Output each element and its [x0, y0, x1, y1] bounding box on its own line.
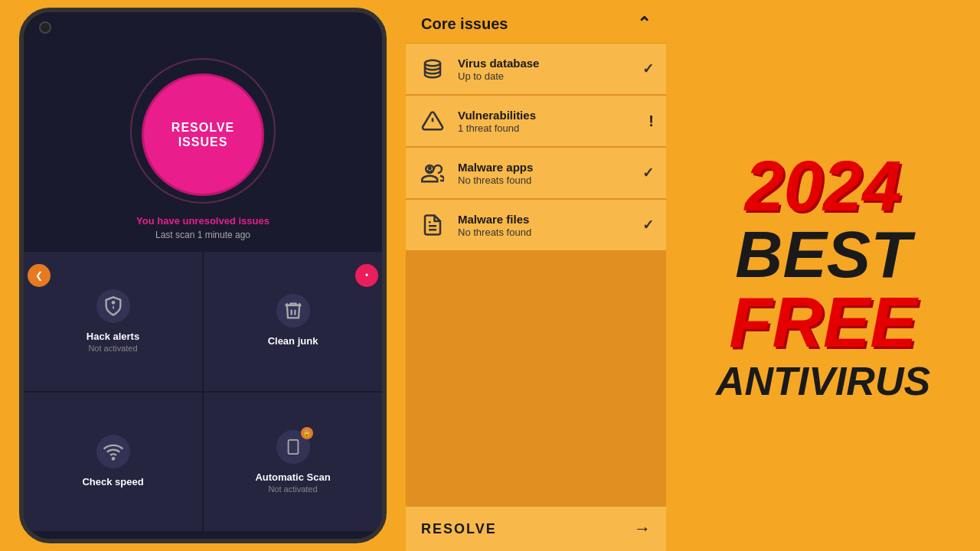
phone-notch-bar: [24, 12, 382, 43]
svg-point-9: [429, 168, 431, 170]
core-issues-list: Virus database Up to date ✓ Vulnerabilit…: [406, 44, 666, 505]
core-issues-title: Core issues: [421, 15, 508, 33]
resolve-line2: ISSUES: [178, 135, 228, 149]
promo-best: BEST: [735, 221, 910, 287]
virus-db-icon: [418, 54, 447, 83]
wifi-icon: [103, 441, 124, 462]
resolve-btn-label: RESOLVE: [421, 521, 497, 537]
right-nav-button[interactable]: •: [355, 264, 378, 287]
trash-icon: [283, 300, 304, 321]
shield-icon: [103, 295, 124, 317]
malware-apps-title: Malware apps: [458, 161, 632, 174]
clean-junk-title: Clean junk: [268, 335, 318, 347]
virus-db-title: Virus database: [458, 57, 632, 70]
malware-apps-status: ✓: [642, 165, 654, 181]
auto-scan-icon-container: 🔒: [276, 430, 310, 464]
phone-camera: [39, 21, 51, 34]
core-issues-panel: Core issues ⌃ Virus database Up to date …: [406, 0, 666, 551]
check-speed-cell[interactable]: Check speed: [24, 393, 202, 532]
svg-point-5: [425, 60, 440, 67]
vulnerabilities-text: Vulnerabilities 1 threat found: [458, 109, 638, 134]
virus-db-item[interactable]: Virus database Up to date ✓: [406, 44, 666, 94]
core-issues-header: Core issues ⌃: [406, 0, 666, 44]
collapse-icon[interactable]: ⌃: [637, 14, 651, 34]
hack-alerts-icon-container: [96, 289, 130, 323]
resolve-btn-arrow: →: [634, 519, 651, 539]
malware-files-item[interactable]: Malware files No threats found ✓: [406, 200, 666, 250]
svg-point-2: [112, 458, 113, 459]
malware-apps-icon: [418, 158, 447, 187]
vulnerabilities-item[interactable]: Vulnerabilities 1 threat found !: [406, 96, 666, 146]
check-speed-icon-container: [96, 435, 130, 468]
malware-apps-item[interactable]: Malware apps No threats found ✓: [406, 148, 666, 198]
left-nav-button[interactable]: ❮: [28, 264, 51, 287]
resolve-button[interactable]: RESOLVE →: [406, 505, 666, 551]
resolve-circle-outer: RESOLVE ISSUES: [130, 58, 276, 204]
phone-frame: RESOLVE ISSUES You have unresolved issue…: [19, 8, 387, 543]
malware-files-status: ✓: [642, 217, 654, 233]
scan-icon: [285, 439, 302, 455]
malware-apps-subtitle: No threats found: [458, 174, 632, 186]
resolve-issues-button[interactable]: RESOLVE ISSUES: [142, 73, 264, 196]
hack-alerts-subtitle: Not activated: [88, 344, 137, 353]
auto-scan-subtitle: Not activated: [268, 484, 317, 494]
malware-apps-text: Malware apps No threats found: [458, 161, 632, 186]
virus-db-status: ✓: [642, 60, 654, 77]
lock-badge: 🔒: [301, 427, 313, 439]
phone-area: RESOLVE ISSUES You have unresolved issue…: [0, 0, 406, 551]
clean-junk-icon-container: [276, 294, 310, 328]
unresolved-text: You have unresolved issues: [136, 215, 270, 227]
feature-grid: Hack alerts Not activated: [24, 252, 382, 531]
svg-rect-3: [288, 440, 298, 454]
malware-files-subtitle: No threats found: [458, 227, 632, 238]
virus-db-subtitle: Up to date: [458, 70, 632, 82]
malware-files-title: Malware files: [458, 213, 632, 226]
resolve-line1: RESOLVE: [172, 120, 234, 135]
vulnerabilities-subtitle: 1 threat found: [458, 122, 638, 134]
phone-content: RESOLVE ISSUES You have unresolved issue…: [24, 43, 382, 539]
vulnerabilities-status: !: [648, 112, 654, 130]
promo-free: FREE: [729, 287, 916, 357]
status-section: You have unresolved issues Last scan 1 m…: [136, 215, 270, 240]
vulnerabilities-icon: [418, 106, 447, 135]
vulnerabilities-title: Vulnerabilities: [458, 109, 638, 122]
promo-antivirus: ANTIVIRUS: [716, 361, 930, 401]
promo-area: 2024 BEST FREE ANTIVIRUS: [666, 0, 980, 551]
hack-alerts-cell[interactable]: Hack alerts Not activated: [24, 252, 202, 391]
auto-scan-cell[interactable]: 🔒 Automatic Scan Not activated: [204, 393, 382, 532]
virus-db-text: Virus database Up to date: [458, 57, 632, 82]
malware-files-text: Malware files No threats found: [458, 213, 632, 238]
last-scan-text: Last scan 1 minute ago: [136, 230, 270, 240]
promo-year: 2024: [745, 151, 902, 221]
malware-files-icon: [418, 210, 447, 240]
check-speed-title: Check speed: [82, 476, 143, 487]
hack-alerts-title: Hack alerts: [87, 331, 139, 342]
auto-scan-title: Automatic Scan: [255, 471, 330, 483]
